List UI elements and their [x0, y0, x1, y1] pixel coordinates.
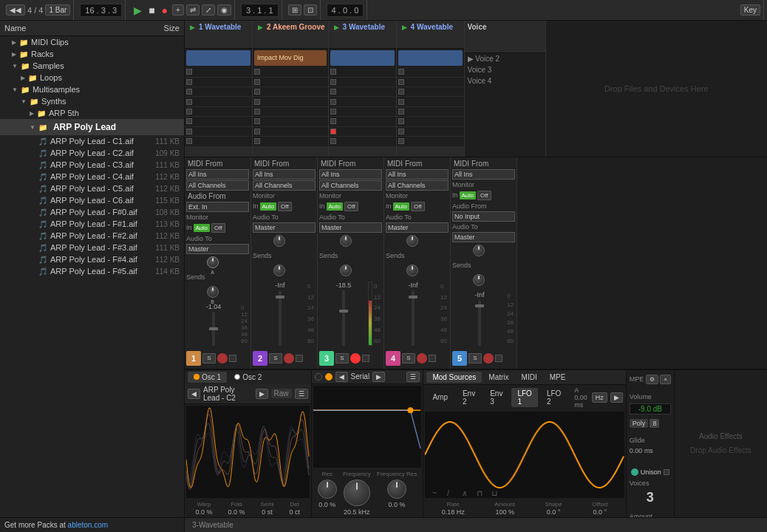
filter-menu-btn[interactable]: ☰ [406, 372, 420, 382]
punch-button[interactable]: ⤢ [202, 4, 215, 16]
solo-btn-3[interactable]: S [335, 353, 349, 364]
slot-btn-2-7[interactable] [254, 118, 260, 124]
bar-select[interactable]: 1 Bar [45, 4, 70, 16]
voice-close-btn[interactable]: × [660, 375, 671, 384]
slot-btn-3-6[interactable] [330, 109, 336, 115]
slot-btn-2-4[interactable] [254, 89, 260, 95]
lfo-hz-btn[interactable]: Hz [592, 392, 607, 403]
slot-btn-2-9[interactable] [254, 138, 260, 144]
fader-thumb-1[interactable] [209, 327, 218, 330]
rewind-button[interactable]: ◀◀ [6, 4, 25, 16]
auto-btn-4[interactable]: Auto [393, 202, 409, 211]
slot-btn-4-9[interactable] [398, 138, 404, 144]
send-b-knob-2[interactable] [273, 265, 285, 276]
filter-select-next[interactable]: ▶ [372, 372, 385, 382]
list-item[interactable]: 🎵 ARP Poly Lead - F#2.aif 112 KB [0, 230, 184, 242]
lfo-sub-tab-amp[interactable]: Amp [426, 392, 454, 403]
filter-select-prev[interactable]: ◀ [335, 372, 348, 382]
slot-btn-3-9[interactable] [330, 138, 336, 144]
audio-to-select-4[interactable]: Master [386, 222, 449, 233]
track-3-play[interactable]: ▶ [332, 24, 341, 31]
voice-4-label[interactable]: Voice 4 [465, 75, 545, 86]
slot-btn-1-5[interactable] [186, 99, 192, 105]
slot-btn-4-2[interactable] [398, 69, 404, 75]
prev-preset-btn[interactable]: ◀ [188, 389, 200, 399]
send-a-knob-5[interactable] [473, 245, 485, 256]
fader-thumb-2[interactable] [276, 296, 284, 299]
midi-from-select-3[interactable]: All Ins [319, 169, 382, 180]
send-b-knob-4[interactable] [406, 265, 418, 276]
channel-number-1[interactable]: 1 [186, 351, 201, 366]
fader-track-1[interactable] [212, 312, 215, 346]
audio-from-select-5[interactable]: No Input [452, 211, 515, 222]
midi-from-select-4[interactable]: All Ins [386, 169, 449, 180]
slot-btn-3-8[interactable] [330, 129, 336, 134]
sidebar-item-midi-clips[interactable]: ▶ 📁 MIDI Clips [0, 36, 184, 48]
off-btn-1[interactable]: Off [211, 223, 225, 233]
freq-res-knob[interactable] [387, 480, 406, 499]
off-btn-4[interactable]: Off [411, 202, 425, 211]
slot-btn-2-3[interactable] [254, 79, 260, 85]
list-item[interactable]: 🎵 ARP Poly Lead - C3.aif 111 KB [0, 159, 184, 171]
audio-from-select-1[interactable]: Ext. In [186, 202, 249, 212]
slot-btn-1-4[interactable] [186, 89, 192, 95]
solo-btn-4[interactable]: S [402, 353, 415, 364]
lfo-sub-tab-env3[interactable]: Env 3 [484, 388, 508, 407]
midi-channel-select-3[interactable]: All Channels [319, 180, 382, 191]
sidebar-item-arp5th[interactable]: ▶ 📁 ARP 5th [0, 107, 184, 119]
channel-number-2[interactable]: 2 [253, 351, 267, 366]
freq-knob[interactable] [344, 480, 370, 506]
midi-channel-select-4[interactable]: All Channels [386, 180, 449, 191]
slot-btn-2-5[interactable] [254, 99, 260, 105]
slot-btn-4-3[interactable] [398, 79, 404, 85]
add-button[interactable]: + [172, 4, 184, 16]
send-a-knob-1[interactable]: A [207, 256, 219, 268]
slot-btn-3-2[interactable] [330, 69, 336, 75]
off-btn-2[interactable]: Off [278, 202, 292, 211]
slot-btn-2-2[interactable] [254, 69, 260, 75]
next-preset-btn[interactable]: ▶ [256, 389, 268, 399]
send-b-knob-1[interactable]: B [207, 286, 219, 298]
slot-btn-1-3[interactable] [186, 79, 192, 85]
tab-matrix[interactable]: Matrix [483, 372, 514, 383]
lfo-sub-tab-env2[interactable]: Env 2 [457, 388, 481, 407]
play-button[interactable]: ▶ [132, 4, 144, 16]
track-4-play[interactable]: ▶ [400, 24, 409, 31]
record-button[interactable]: ● [160, 4, 170, 16]
arm-btn-2[interactable] [296, 355, 303, 362]
slot-btn-3-5[interactable] [330, 99, 336, 105]
tab-mpe[interactable]: MPE [544, 372, 572, 383]
auto-btn-2[interactable]: Auto [260, 202, 276, 211]
slot-btn-3-3[interactable] [330, 79, 336, 85]
rec-btn-5[interactable] [483, 353, 494, 364]
list-item[interactable]: 🎵 ARP Poly Lead - F#5.aif 114 KB [0, 265, 184, 277]
rec-btn-2[interactable] [284, 353, 294, 364]
midi-channel-select-1[interactable]: All Channels [186, 180, 249, 191]
ableton-link[interactable]: ableton.com [68, 521, 108, 529]
midi-button[interactable]: ◉ [217, 4, 231, 16]
list-item[interactable]: 🎵 ARP Poly Lead - C5.aif 112 KB [0, 183, 184, 194]
off-btn-5[interactable]: Off [477, 191, 491, 200]
loop-button[interactable]: ⇌ [186, 4, 200, 16]
unison-toggle-indicator[interactable] [631, 468, 638, 476]
auto-btn-3[interactable]: Auto [327, 202, 343, 211]
voice-mode-selector[interactable]: Poly [630, 419, 649, 428]
audio-to-select-2[interactable]: Master [253, 222, 316, 233]
solo-btn-2[interactable]: S [269, 353, 282, 364]
tab-osc2[interactable]: Osc 2 [228, 372, 267, 383]
midi-from-select-2[interactable]: All Ins [253, 169, 316, 180]
slot-btn-1-8[interactable] [186, 129, 192, 134]
track-1-play[interactable]: ▶ [188, 24, 197, 31]
tab-osc1[interactable]: Osc 1 [188, 372, 227, 383]
lfo-sub-tab-lfo1[interactable]: LFO 1 [511, 388, 537, 407]
rec-btn-3[interactable] [350, 353, 361, 364]
slot-btn-3-7[interactable] [330, 118, 336, 124]
tab-midi[interactable]: MIDI [516, 372, 543, 383]
midi-channel-select-2[interactable]: All Channels [253, 180, 316, 191]
lfo-play-btn[interactable]: ▶ [610, 392, 623, 403]
slot-btn-2-6[interactable] [254, 109, 260, 115]
sidebar-item-arp-poly-lead[interactable]: ▼ 📁 ARP Poly Lead [0, 119, 184, 135]
list-item[interactable]: 🎵 ARP Poly Lead - C2.aif 109 KB [0, 147, 184, 159]
audio-to-select-1[interactable]: Master [186, 244, 249, 254]
slot-btn-4-7[interactable] [398, 118, 404, 124]
